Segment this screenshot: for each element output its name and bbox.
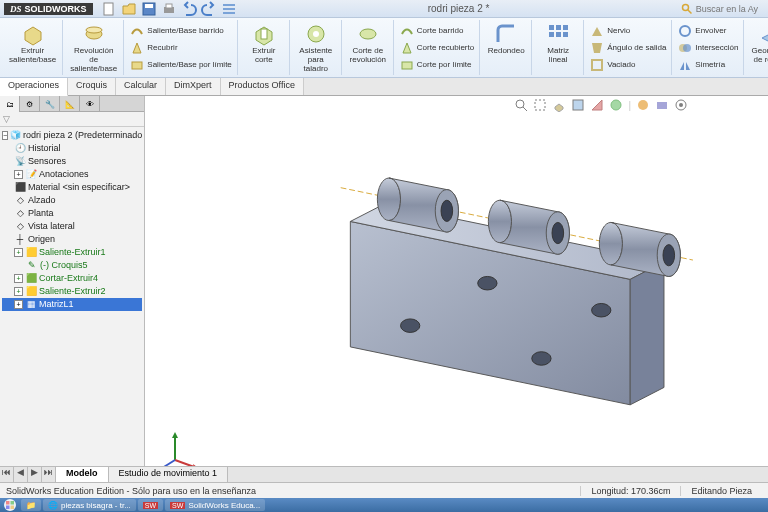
tab-first-icon[interactable]: ⏮ xyxy=(0,467,14,482)
tree-item[interactable]: +🟩Cortar-Extruir4 xyxy=(2,272,142,285)
tab-productos-office[interactable]: Productos Office xyxy=(221,78,304,95)
svg-point-41 xyxy=(592,303,611,317)
new-icon[interactable] xyxy=(101,1,117,17)
edit-appearance-icon[interactable] xyxy=(636,98,650,112)
apply-scene-icon[interactable] xyxy=(655,98,669,112)
view-settings-icon[interactable] xyxy=(674,98,688,112)
swept-cut-button[interactable]: Corte barrido xyxy=(398,23,476,39)
boundary-boss-button[interactable]: Saliente/Base por límite xyxy=(128,57,234,73)
tab-operaciones[interactable]: Operaciones xyxy=(0,78,68,96)
svg-point-25 xyxy=(680,26,690,36)
tab-dimxpert[interactable]: DimXpert xyxy=(166,78,221,95)
svg-point-28 xyxy=(516,100,524,108)
filter-row[interactable]: ▽ xyxy=(0,112,144,127)
tree-root[interactable]: −🧊rodri pieza 2 (Predeterminado xyxy=(2,129,142,142)
feature-tree-tab[interactable]: 🗂 xyxy=(0,96,20,112)
task-chrome[interactable]: 🌐piezas bisagra - tr... xyxy=(43,499,136,511)
svg-rect-6 xyxy=(223,8,235,10)
extrude-cut-button[interactable]: Extruircorte xyxy=(242,20,286,67)
wrap-button[interactable]: Envolver xyxy=(676,23,740,39)
save-icon[interactable] xyxy=(141,1,157,17)
display-tab[interactable]: 👁 xyxy=(80,96,100,112)
start-button[interactable] xyxy=(0,498,20,512)
svg-rect-22 xyxy=(556,32,561,37)
boundary-icon xyxy=(130,58,144,72)
dimxpert-tab[interactable]: 📐 xyxy=(60,96,80,112)
mirror-button[interactable]: Simetría xyxy=(676,57,740,73)
open-icon[interactable] xyxy=(121,1,137,17)
feature-tree: −🧊rodri pieza 2 (Predeterminado 🕘Histori… xyxy=(0,127,144,482)
loft-cut-button[interactable]: Corte recubierto xyxy=(398,40,476,56)
section-view-icon[interactable] xyxy=(590,98,604,112)
task-explorer[interactable]: 📁 xyxy=(21,499,41,511)
tree-item[interactable]: +📝Anotaciones xyxy=(2,168,142,181)
shell-icon xyxy=(590,58,604,72)
svg-rect-58 xyxy=(6,501,10,505)
tree-item[interactable]: ◇Alzado xyxy=(2,194,142,207)
tab-next-icon[interactable]: ▶ xyxy=(28,467,42,482)
redo-icon[interactable] xyxy=(201,1,217,17)
property-tab[interactable]: ⚙ xyxy=(20,96,40,112)
svg-rect-12 xyxy=(132,62,142,69)
svg-rect-61 xyxy=(11,506,15,510)
ref-geometry-button[interactable]: Geometríade refer... xyxy=(748,20,768,67)
revolve-boss-button[interactable]: Revolución desaliente/base xyxy=(67,20,120,75)
tree-item[interactable]: ◇Planta xyxy=(2,207,142,220)
rib-button[interactable]: Nervio xyxy=(588,23,668,39)
svg-point-47 xyxy=(552,222,564,243)
svg-point-11 xyxy=(86,27,102,33)
loft-boss-button[interactable]: Recubrir xyxy=(128,40,234,56)
boundary-cut-button[interactable]: Corte por límite xyxy=(398,57,476,73)
scene-icon[interactable] xyxy=(609,98,623,112)
svg-rect-60 xyxy=(6,506,10,510)
tree-item[interactable]: ✎(-) Croquis5 xyxy=(2,259,142,272)
tree-item[interactable]: 📡Sensores xyxy=(2,155,142,168)
pattern-icon xyxy=(546,22,570,46)
options-icon[interactable] xyxy=(221,1,237,17)
svg-rect-7 xyxy=(223,12,235,14)
tree-item-selected[interactable]: +▦MatrizL1 xyxy=(2,298,142,311)
svg-point-39 xyxy=(478,276,497,290)
swept-boss-button[interactable]: Saliente/Base barrido xyxy=(128,23,234,39)
draft-button[interactable]: Ángulo de salida xyxy=(588,40,668,56)
print-icon[interactable] xyxy=(161,1,177,17)
revolve-cut-button[interactable]: Corte derevolución xyxy=(346,20,390,67)
tree-item[interactable]: ┼Origen xyxy=(2,233,142,246)
search-icon xyxy=(681,3,693,15)
help-search[interactable]: Buscar en la Ay xyxy=(681,3,758,15)
task-sw2[interactable]: SWSolidWorks Educa... xyxy=(165,499,265,511)
config-tab[interactable]: 🔧 xyxy=(40,96,60,112)
tree-item[interactable]: 🕘Historial xyxy=(2,142,142,155)
tab-motion-study[interactable]: Estudio de movimiento 1 xyxy=(109,467,229,482)
tree-item[interactable]: ◇Vista lateral xyxy=(2,220,142,233)
tab-last-icon[interactable]: ⏭ xyxy=(42,467,56,482)
intersect-button[interactable]: Intersección xyxy=(676,40,740,56)
tab-prev-icon[interactable]: ◀ xyxy=(14,467,28,482)
hole-wizard-button[interactable]: Asistenteparataladro xyxy=(294,20,338,75)
svg-point-27 xyxy=(683,44,691,52)
revolve-cut-icon xyxy=(356,22,380,46)
tab-modelo[interactable]: Modelo xyxy=(56,467,109,482)
shell-button[interactable]: Vaciado xyxy=(588,57,668,73)
motion-tabs: ⏮ ◀ ▶ ⏭ Modelo Estudio de movimiento 1 xyxy=(0,466,768,482)
tab-nav: ⏮ ◀ ▶ ⏭ xyxy=(0,467,56,482)
3d-viewport[interactable]: | xyxy=(145,96,768,482)
undo-icon[interactable] xyxy=(181,1,197,17)
tree-item[interactable]: +🟨Saliente-Extruir2 xyxy=(2,285,142,298)
fillet-button[interactable]: Redondeo xyxy=(484,20,528,58)
tab-calcular[interactable]: Calcular xyxy=(116,78,166,95)
sw-icon: SW xyxy=(170,502,185,509)
display-style-icon[interactable] xyxy=(571,98,585,112)
view-orientation-icon[interactable] xyxy=(552,98,566,112)
tree-item[interactable]: ⬛Material <sin especificar> xyxy=(2,181,142,194)
zoom-area-icon[interactable] xyxy=(533,98,547,112)
task-sw1[interactable]: SW xyxy=(138,499,163,511)
zoom-fit-icon[interactable] xyxy=(514,98,528,112)
tab-croquis[interactable]: Croquis xyxy=(68,78,116,95)
tree-item[interactable]: +🟨Saliente-Extruir1 xyxy=(2,246,142,259)
linear-pattern-button[interactable]: Matrizlineal xyxy=(536,20,580,67)
svg-rect-0 xyxy=(104,3,113,15)
svg-rect-23 xyxy=(563,32,568,37)
quick-access-toolbar xyxy=(101,1,237,17)
extrude-boss-button[interactable]: Extruirsaliente/base xyxy=(6,20,59,67)
